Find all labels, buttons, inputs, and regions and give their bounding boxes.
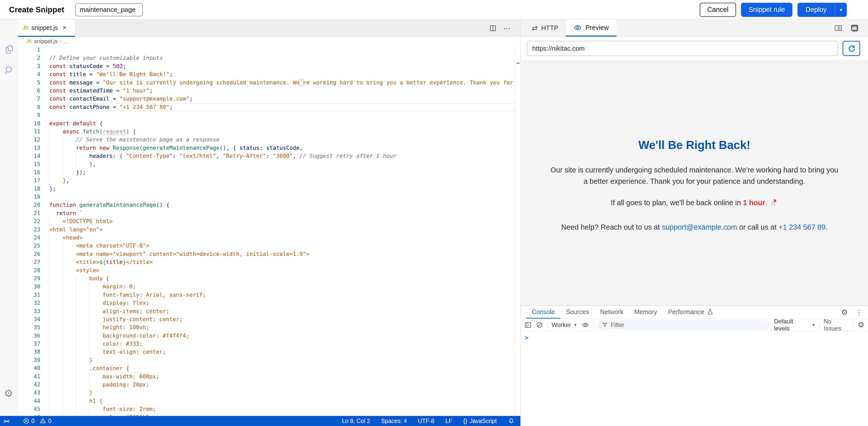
code-line[interactable]: 17}, [18, 176, 515, 184]
notifications-bell-icon[interactable] [508, 418, 515, 425]
code-line[interactable]: 25<meta charset="UTF-8"> [18, 242, 515, 250]
code-line[interactable]: 23<html lang="en"> [18, 226, 515, 234]
code-line[interactable]: 42padding: 20px; [18, 380, 515, 389]
devtools-tab-network[interactable]: Network [594, 306, 629, 319]
indent-guide [50, 160, 63, 168]
code-line[interactable]: 16}); [18, 168, 515, 176]
code-line[interactable]: 20function generateMaintenancePage() { [18, 201, 515, 209]
code-editor[interactable]: 12// Define your customizable inputs3con… [18, 46, 515, 416]
refresh-button[interactable] [842, 41, 860, 56]
code-line[interactable]: 27<title>${title}</title> [18, 258, 515, 266]
preview-pane-tabs: ⇄ HTTP Preview [521, 20, 868, 37]
code-line[interactable]: 2// Define your customizable inputs [18, 54, 515, 62]
status-item[interactable]: Ln 8, Col 2 [342, 418, 370, 425]
console-filter[interactable] [598, 320, 770, 330]
status-item[interactable]: UTF-8 [418, 418, 434, 425]
devtools-kebab-menu-icon[interactable]: ⋮ [856, 308, 863, 317]
code-line[interactable]: 44h1 { [18, 397, 515, 405]
status-item[interactable]: LF [445, 418, 452, 425]
language-mode[interactable]: {} JavaScript [463, 418, 497, 425]
code-line[interactable]: 31font-family: Arial, sans-serif; [18, 291, 515, 299]
code-line[interactable]: 45font-size: 2rem; [18, 405, 515, 413]
code-line[interactable]: 34justify-content: center; [18, 315, 515, 323]
code-line[interactable]: 26<meta name="viewport" content="width=d… [18, 250, 515, 258]
code-line[interactable]: 29body { [18, 275, 515, 283]
cancel-button[interactable]: Cancel [700, 3, 736, 17]
snippet-rule-button[interactable]: Snippet rule [741, 3, 793, 17]
console-output[interactable]: > [521, 331, 868, 341]
code-line[interactable]: 30margin: 0; [18, 283, 515, 291]
code-line[interactable]: 41max-width: 600px; [18, 373, 515, 380]
email-link[interactable]: support@example.com [662, 223, 737, 231]
code-line[interactable]: 3const statusCode = 503; [18, 62, 515, 70]
code-line[interactable]: 28<style> [18, 266, 515, 275]
split-editor-icon[interactable] [489, 24, 497, 32]
search-icon[interactable] [3, 64, 15, 76]
snippet-name-input[interactable] [75, 3, 143, 17]
editor-scrollbar[interactable] [515, 46, 520, 416]
code-line[interactable]: 1 [18, 46, 515, 54]
console-sidebar-toggle-icon[interactable] [524, 321, 532, 329]
more-actions-icon[interactable]: ⋯ [503, 24, 511, 33]
code-line[interactable]: 15}, [18, 160, 515, 168]
code-line[interactable]: 19 [18, 193, 515, 201]
code-line[interactable]: 36background-color: #f4f4f4; [18, 332, 515, 340]
code-line[interactable]: 5const message = "Our site is currently … [18, 79, 515, 87]
tab-http[interactable]: ⇄ HTTP [524, 20, 566, 36]
code-line[interactable]: 6const estimatedTime = "1 hour"; [18, 87, 515, 95]
code-line[interactable]: 33align-items: center; [18, 307, 515, 315]
deploy-split-button[interactable]: Deploy ▾ [798, 3, 847, 17]
code-line[interactable]: 14headers: { "Content-Type": "text/html"… [18, 152, 515, 160]
code-line[interactable]: 10export default { [18, 119, 515, 127]
filter-input[interactable] [611, 321, 752, 329]
log-levels-dropdown[interactable]: Default levels ▼ [774, 318, 815, 332]
code-line[interactable]: 46color: #0056b3; [18, 414, 515, 416]
code-line[interactable]: 13return new Response(generateMaintenanc… [18, 144, 515, 152]
settings-gear-icon[interactable]: ⚙ [4, 388, 13, 398]
files-icon[interactable] [3, 44, 15, 55]
breadcrumb[interactable]: JS snippet.js › ... [18, 37, 520, 46]
live-expression-eye-icon[interactable] [581, 321, 589, 329]
code-line[interactable]: 21 return ` [18, 209, 515, 217]
status-item[interactable]: Spaces: 4 [381, 418, 407, 425]
remote-indicator-icon[interactable]: >< [3, 418, 9, 424]
code-line[interactable]: 38text-align: center; [18, 348, 515, 356]
deploy-caret-icon[interactable]: ▾ [835, 3, 847, 17]
problems-indicator[interactable]: 0 0 [20, 418, 52, 425]
code-line[interactable]: 37color: #333; [18, 340, 515, 348]
console-prompt[interactable]: > [525, 334, 528, 341]
code-line[interactable]: 7const contactEmail = "support@example.c… [18, 95, 515, 103]
code-line[interactable]: 40.container { [18, 364, 515, 372]
editor-tab-snippet-js[interactable]: JS snippet.js × [18, 20, 75, 37]
devtools-tab-sources[interactable]: Sources [560, 306, 595, 319]
code-line[interactable]: 43} [18, 389, 515, 397]
discord-icon[interactable] [850, 24, 860, 33]
code-line[interactable]: 39} [18, 356, 515, 364]
phone-link[interactable]: +1 234 567 89 [779, 223, 826, 231]
tab-preview[interactable]: Preview [566, 20, 616, 36]
code-line[interactable]: 24<head> [18, 234, 515, 242]
code-line[interactable]: 4const title = "We'll Be Right Back!"; [18, 70, 515, 78]
tab-close-icon[interactable]: × [62, 24, 66, 32]
console-settings-gear-icon[interactable]: ⚙ [858, 321, 865, 329]
code-line[interactable]: 12// Serve the maintenance page as a res… [18, 136, 515, 144]
code-line[interactable]: 18}; [18, 185, 515, 193]
code-line[interactable]: 22<!DOCTYPE html> [18, 217, 515, 225]
url-input[interactable] [527, 41, 838, 56]
code-line[interactable]: 8const contactPhone = "+1 234 567 89"; [18, 103, 515, 111]
code-line[interactable]: 32display: flex; [18, 299, 515, 307]
code-line[interactable]: 9 [18, 111, 515, 119]
execution-context-dropdown[interactable]: Worker ▼ [552, 321, 577, 329]
devtools-tab-console[interactable]: Console [526, 306, 560, 319]
code-line[interactable]: 11async fetch(request) { [18, 127, 515, 136]
breadcrumb-more[interactable]: ... [64, 38, 69, 45]
code-line[interactable]: 35height: 100vh; [18, 323, 515, 332]
devtools-settings-gear-icon[interactable]: ⚙ [841, 309, 848, 316]
clear-console-icon[interactable] [536, 321, 543, 329]
deploy-button[interactable]: Deploy [798, 3, 835, 17]
devtools-tab-memory[interactable]: Memory [629, 306, 662, 319]
devtools-tab-performance[interactable]: Performance [662, 306, 719, 319]
issues-counter[interactable]: No Issues [824, 318, 849, 332]
docs-book-icon[interactable] [834, 24, 843, 33]
breadcrumb-file[interactable]: snippet.js [34, 38, 58, 45]
